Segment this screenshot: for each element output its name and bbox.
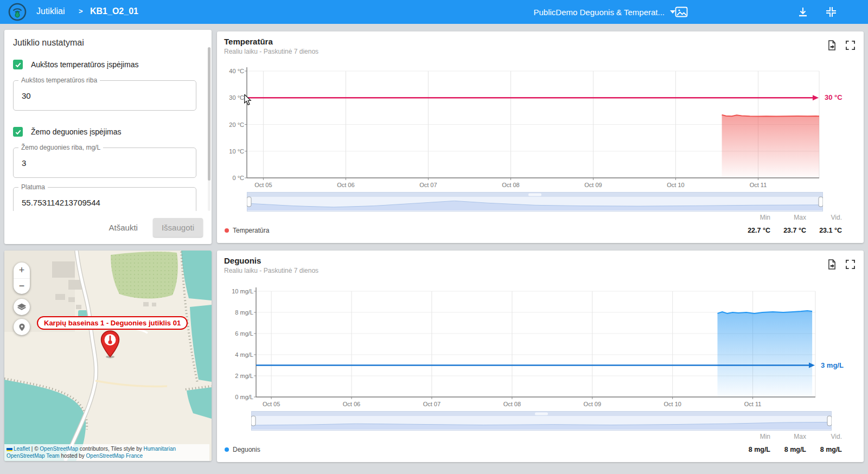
cancel-button[interactable]: Atšaukti <box>104 219 143 236</box>
svg-text:8 mg/L: 8 mg/L <box>235 309 253 316</box>
latitude-label: Platuma <box>18 183 48 191</box>
svg-text:30 °C: 30 °C <box>825 93 843 101</box>
low-oxygen-limit-input[interactable] <box>21 158 183 168</box>
fullscreen-icon[interactable] <box>846 260 855 271</box>
max-value: 23.7 °C <box>779 227 806 234</box>
location-pin-icon <box>17 323 27 332</box>
oxygen-range-navigator[interactable] <box>251 411 832 431</box>
low-oxygen-alert-label: Žemo deguonies įspėjimas <box>31 127 122 136</box>
svg-text:6 mg/L: 6 mg/L <box>235 330 253 337</box>
low-oxygen-alert-checkbox[interactable] <box>13 127 23 137</box>
svg-text:Oct 11: Oct 11 <box>750 182 767 188</box>
oxygen-chart-card: Deguonis Realiu laiku - Paskutinė 7 dien… <box>217 251 864 462</box>
attr-text1: contributors, Tiles style by <box>78 446 144 452</box>
svg-text:Oct 09: Oct 09 <box>584 401 601 407</box>
fullscreen-icon[interactable] <box>846 41 855 52</box>
oxygen-chart-title: Deguonis <box>224 256 261 265</box>
settings-title: Jutiklio nustatymai <box>13 38 84 48</box>
svg-text:30 °C: 30 °C <box>229 94 244 101</box>
check-icon <box>15 61 22 68</box>
temperature-chart-plot[interactable]: 0 °C10 °C20 °C30 °C40 °COct 05Oct 06Oct … <box>224 62 857 195</box>
svg-text:2 mg/L: 2 mg/L <box>235 373 253 379</box>
settings-scroll-area: Aukštos temperatūros įspėjimas Aukštos t… <box>4 48 212 211</box>
image-export-icon[interactable] <box>675 7 688 20</box>
svg-text:Oct 10: Oct 10 <box>663 401 681 407</box>
max-header: Max <box>779 214 806 221</box>
export-file-icon[interactable] <box>828 259 836 272</box>
legend-dot <box>225 447 229 452</box>
legend-label: Deguonis <box>233 446 260 453</box>
oxygen-chart-plot[interactable]: 0 mg/L2 mg/L4 mg/L6 mg/L8 mg/L10 mg/LOct… <box>224 281 857 414</box>
svg-text:10 mg/L: 10 mg/L <box>232 288 253 294</box>
oxygen-stats: Min8 mg/L Max8 mg/L Vid.8 mg/L <box>743 433 842 453</box>
oxygen-chart-subtitle: Realiu laiku - Paskutinė 7 dienos <box>224 267 318 274</box>
layers-icon <box>17 303 27 311</box>
sensor-settings-panel: Jutiklio nustatymai Aukštos temperatūros… <box>4 30 212 244</box>
sensor-tooltip[interactable]: Karpių baseinas 1 - Deguonies jutiklis 0… <box>37 316 188 330</box>
zoom-out-button[interactable]: − <box>14 279 30 294</box>
oxygen-legend[interactable]: Deguonis <box>225 446 260 453</box>
application-window: Jutikliai > KB1_O2_01 PublicDemo Deguoni… <box>0 0 868 474</box>
avg-value: 8 mg/L <box>815 446 842 453</box>
latitude-input[interactable] <box>21 197 183 208</box>
temperature-legend[interactable]: Temperatūra <box>225 227 269 234</box>
svg-text:Oct 05: Oct 05 <box>254 182 272 188</box>
svg-text:Oct 06: Oct 06 <box>337 182 354 188</box>
download-icon[interactable] <box>797 7 808 20</box>
min-header: Min <box>743 214 770 221</box>
leaflet-link[interactable]: Leaflet <box>14 446 30 452</box>
temperature-range-navigator[interactable] <box>247 192 823 212</box>
dashboard-select-value: PublicDemo Deguonis & Temperat... <box>533 8 665 17</box>
high-temp-alert-row: Aukštos temperatūros įspėjimas <box>13 58 196 71</box>
high-temp-alert-checkbox[interactable] <box>13 60 23 69</box>
map-layers-button[interactable] <box>14 299 30 315</box>
save-button[interactable]: Išsaugoti <box>153 218 203 237</box>
check-icon <box>15 129 22 136</box>
breadcrumb-app[interactable]: Jutikliai <box>36 7 65 16</box>
svg-text:Oct 08: Oct 08 <box>503 401 521 407</box>
avg-header: Vid. <box>815 214 842 221</box>
attr-sep: | © <box>30 446 40 452</box>
svg-text:0 °C: 0 °C <box>232 175 244 181</box>
svg-text:Oct 05: Oct 05 <box>263 401 280 407</box>
max-value: 8 mg/L <box>779 446 806 453</box>
svg-text:4 mg/L: 4 mg/L <box>235 351 253 358</box>
compress-icon[interactable] <box>826 7 837 20</box>
avg-header: Vid. <box>815 433 842 440</box>
svg-text:10 °C: 10 °C <box>229 148 244 155</box>
high-temp-limit-input[interactable] <box>21 91 183 101</box>
map-locate-button[interactable] <box>14 319 30 335</box>
high-temp-limit-label: Aukštos temperatūros riba <box>18 76 100 84</box>
max-header: Max <box>779 433 806 440</box>
export-file-icon[interactable] <box>828 40 836 53</box>
temperature-chart-card: Temperatūra Realiu laiku - Paskutinė 7 d… <box>217 31 864 243</box>
dashboard-select[interactable]: PublicDemo Deguonis & Temperat... <box>533 0 675 24</box>
mouse-cursor <box>244 94 252 108</box>
settings-scrollbar-thumb[interactable] <box>208 47 210 181</box>
svg-text:Oct 10: Oct 10 <box>667 182 684 188</box>
zoom-in-button[interactable]: + <box>14 262 30 279</box>
temperature-chart-actions <box>828 40 855 53</box>
breadcrumb-page-title: KB1_O2_01 <box>90 7 138 16</box>
sensor-location-map[interactable]: + − Karpių baseinas 1 - Deguonies jutikl… <box>4 251 212 461</box>
min-value: 8 mg/L <box>743 446 770 453</box>
app-logo-icon[interactable] <box>8 3 27 21</box>
attr-text2: hosted by <box>60 453 86 459</box>
svg-text:Oct 08: Oct 08 <box>502 182 519 188</box>
low-oxygen-limit-label: Žemo deguonies riba, mg/L <box>18 144 103 151</box>
settings-buttons: Atšaukti Išsaugoti <box>104 218 203 237</box>
min-value: 22.7 °C <box>743 227 770 234</box>
legend-label: Temperatūra <box>233 227 269 234</box>
sensor-marker[interactable] <box>100 330 120 361</box>
osm-link[interactable]: OpenStreetMap <box>40 446 78 452</box>
svg-text:3 mg/L: 3 mg/L <box>821 361 844 369</box>
top-bar: Jutikliai > KB1_O2_01 PublicDemo Deguoni… <box>0 0 868 24</box>
avg-value: 23.1 °C <box>815 227 842 234</box>
svg-text:Oct 11: Oct 11 <box>744 401 762 407</box>
temperature-chart-title: Temperatūra <box>224 37 273 46</box>
osm-france-link[interactable]: OpenStreetMap France <box>86 453 143 459</box>
svg-text:40 °C: 40 °C <box>229 68 244 74</box>
breadcrumb-separator: > <box>79 7 83 15</box>
svg-text:Oct 07: Oct 07 <box>423 401 441 407</box>
min-header: Min <box>743 433 770 440</box>
